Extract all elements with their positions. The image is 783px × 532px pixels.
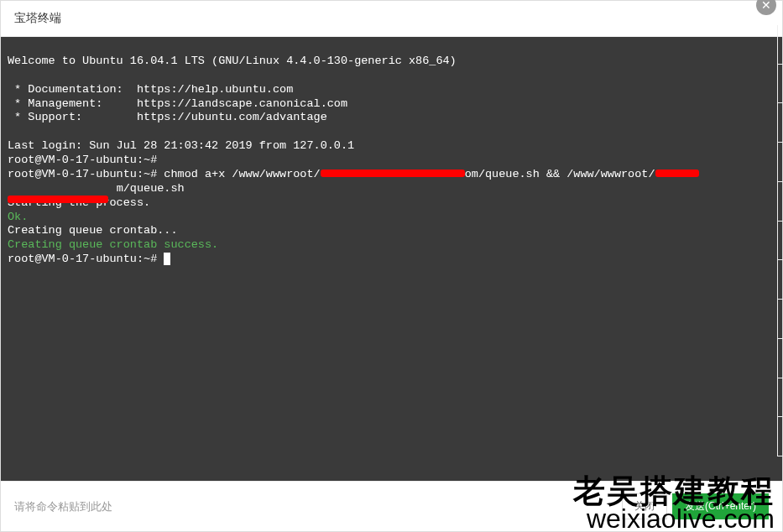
term-ok: Ok. — [8, 211, 28, 223]
redaction-mark — [655, 170, 699, 177]
term-creating: Creating queue crontab... — [8, 224, 178, 237]
cursor-icon — [164, 253, 170, 265]
term-welcome: Welcome to Ubuntu 16.04.1 LTS (GNU/Linux… — [8, 55, 457, 67]
term-creating-success: Creating queue crontab success. — [8, 238, 218, 251]
terminal-output[interactable]: Welcome to Ubuntu 16.04.1 LTS (GNU/Linux… — [1, 37, 782, 481]
command-input[interactable]: 请将命令粘贴到此处 — [14, 499, 613, 514]
term-prompt: root@VM-0-17-ubuntu:~# — [8, 253, 164, 265]
sidebar-divider — [777, 25, 783, 456]
term-last-login: Last login: Sun Jul 28 21:03:42 2019 fro… — [8, 139, 354, 152]
redaction-mark — [8, 196, 108, 203]
close-button[interactable]: 关闭 — [622, 493, 667, 519]
modal-title: 宝塔终端 — [14, 11, 61, 26]
footer-buttons: 关闭 发送(Ctrl+enter) — [622, 493, 769, 519]
term-doc: * Documentation: https://help.ubuntu.com — [8, 83, 293, 96]
term-cmd-part1: chmod a+x /www/wwwroot/ — [164, 168, 320, 180]
redaction-mark — [321, 170, 465, 177]
term-cmd-line2: m/queue.sh — [117, 182, 185, 195]
modal-header: 宝塔终端 — [1, 1, 782, 37]
term-cmd-part2: om/queue.sh && /www/wwwroot/ — [465, 168, 655, 180]
terminal-modal: ✕ 宝塔终端 Welcome to Ubuntu 16.04.1 LTS (GN… — [0, 0, 783, 532]
term-mgmt: * Management: https://landscape.canonica… — [8, 97, 347, 110]
term-support: * Support: https://ubuntu.com/advantage — [8, 111, 327, 123]
term-prompt: root@VM-0-17-ubuntu:~# — [8, 168, 164, 180]
term-prompt: root@VM-0-17-ubuntu:~# — [8, 154, 164, 166]
modal-footer: 请将命令粘贴到此处 关闭 发送(Ctrl+enter) — [1, 481, 782, 531]
send-button[interactable]: 发送(Ctrl+enter) — [672, 493, 769, 519]
